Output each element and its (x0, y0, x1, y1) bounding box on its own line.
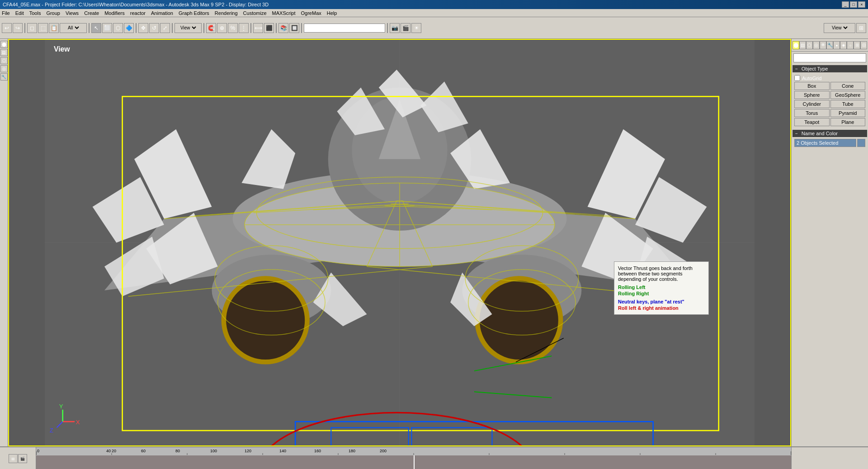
select-region-fence-btn[interactable]: 🔷 (124, 23, 134, 33)
title-text: CFA44_05E.max - Project Folder: C:\Users… (3, 2, 269, 7)
collapse-object-type-btn[interactable]: − (795, 66, 798, 71)
spinner-snap-btn[interactable]: ⋮ (239, 23, 249, 33)
viewport[interactable]: 100 200 View X Y Z Vecto (8, 39, 791, 446)
menu-customize[interactable]: Customize (243, 10, 267, 16)
viewport-controls[interactable]: ⊞ (856, 23, 866, 33)
scene-states-btn[interactable]: 🔲 (289, 23, 299, 33)
cone-btn[interactable]: Cone (830, 82, 866, 90)
percent-snap-btn[interactable]: % (228, 23, 238, 33)
rp-icon-d[interactable]: ⊞ (854, 41, 860, 49)
maximize-btn[interactable]: □ (850, 1, 857, 8)
select-region-box-btn[interactable]: ⬜ (102, 23, 112, 33)
modify-icon[interactable]: ▤ (799, 41, 806, 49)
select-object-btn[interactable]: ◻ (27, 23, 37, 33)
left-tool-4[interactable]: ◎ (0, 65, 8, 72)
toolbar-sep-8 (301, 23, 302, 33)
menu-modifiers[interactable]: Modifiers (104, 10, 125, 16)
cylinder-btn[interactable]: Cylinder (794, 100, 830, 108)
snap-toggle-btn[interactable]: 🧲 (206, 23, 216, 33)
menu-edit[interactable]: Edit (15, 10, 24, 16)
viewport-select[interactable]: View (830, 25, 849, 31)
coord-select[interactable]: View (179, 25, 198, 31)
menu-tools[interactable]: Tools (29, 10, 41, 16)
rp-icon-e[interactable]: ⊟ (860, 41, 867, 49)
left-tool-5[interactable]: 🔧 (0, 73, 8, 81)
object-type-title: Object Type (802, 66, 828, 71)
move-btn[interactable]: ✥ (138, 23, 148, 33)
teapot-btn[interactable]: Teapot (794, 118, 830, 126)
name-input[interactable] (794, 139, 856, 147)
object-type-content: AutoGrid Box Cone Sphere GeoSphere Cylin… (793, 72, 867, 128)
reference-coord-dropdown[interactable]: View (175, 23, 202, 33)
annotation-body: Vector Thrust goes back and forth betwee… (618, 265, 705, 282)
menu-file[interactable]: File (2, 10, 10, 16)
rp-icon-a[interactable]: ⬥ (833, 41, 840, 49)
anim-toolbar-start[interactable]: View (824, 23, 855, 33)
menu-help[interactable]: Help (327, 10, 337, 16)
redo-btn[interactable]: ↪ (13, 23, 23, 33)
menu-create[interactable]: Create (84, 10, 99, 16)
box-btn[interactable]: Box (794, 82, 830, 90)
select-by-name-btn[interactable]: 📋 (49, 23, 59, 33)
left-tool-2[interactable]: ▤ (0, 49, 8, 56)
menu-reactor[interactable]: reactor (130, 10, 146, 16)
primitive-type-dropdown[interactable]: Standard Primitives ▼ (793, 53, 866, 62)
rp-icon-c[interactable]: ⬦ (847, 41, 854, 49)
left-tool-3[interactable]: ⬡ (0, 57, 8, 64)
layer-mgr-btn[interactable]: 📚 (278, 23, 288, 33)
quick-render-btn[interactable]: 🎬 (401, 23, 410, 33)
create-icon[interactable]: ⬤ (793, 41, 799, 49)
menu-maxscript[interactable]: MAXScript (272, 10, 296, 16)
track-area[interactable] (36, 455, 791, 469)
display-icon[interactable]: 👁 (820, 41, 826, 49)
angle-snap-btn[interactable]: ⊕ (217, 23, 227, 33)
close-btn[interactable]: × (858, 1, 865, 8)
pyramid-btn[interactable]: Pyramid (830, 109, 866, 117)
align-btn[interactable]: ⬛ (264, 23, 274, 33)
timeline-ruler[interactable]: 0 20 40 60 80 100 (36, 447, 791, 469)
menu-animation[interactable]: Animation (151, 10, 173, 16)
activeshade-btn[interactable]: ☀ (411, 23, 421, 33)
rotate-btn[interactable]: ↺ (149, 23, 159, 33)
collapse-name-color-btn[interactable]: − (795, 131, 798, 136)
svg-text:X: X (76, 419, 80, 426)
minimize-btn[interactable]: _ (842, 1, 849, 8)
color-swatch[interactable] (857, 139, 865, 147)
motion-path-btn[interactable]: 🎬 (18, 454, 27, 463)
track-bar-btn[interactable]: ▤ (9, 454, 18, 463)
torus-btn[interactable]: Torus (794, 109, 830, 117)
mirror-btn[interactable]: ⟺ (253, 23, 263, 33)
menu-ogremax[interactable]: OgreMax (301, 10, 321, 16)
svg-text:200: 200 (380, 449, 387, 453)
plane-btn[interactable]: Plane (830, 118, 866, 126)
scale-btn[interactable]: ⤢ (160, 23, 170, 33)
filter-select[interactable]: All (66, 25, 80, 31)
tube-btn[interactable]: Tube (830, 100, 866, 108)
toolbar-sep-6 (250, 23, 251, 33)
menu-bar: File Edit Tools Group Views Create Modif… (0, 9, 868, 17)
select-tool-btn[interactable]: ↖ (91, 23, 101, 33)
autogrid-checkbox[interactable] (794, 75, 800, 81)
sphere-btn[interactable]: Sphere (794, 91, 830, 99)
menu-rendering[interactable]: Rendering (215, 10, 238, 16)
name-color-title: Name and Color (802, 131, 838, 136)
undo-btn[interactable]: ↩ (2, 23, 12, 33)
hierarchy-icon[interactable]: ⬡ (806, 41, 813, 49)
select-region-btn[interactable]: ⬚ (38, 23, 48, 33)
left-tool-1[interactable]: ⬤ (0, 41, 8, 48)
annotation-box: Vector Thrust goes back and forth betwee… (614, 261, 709, 315)
named-selection-input[interactable] (304, 24, 385, 33)
toolbar: ↩ ↪ ◻ ⬚ 📋 All ↖ ⬜ ⬡ 🔷 ✥ ↺ ⤢ View 🧲 ⊕ % ⋮… (0, 17, 868, 39)
title-bar-controls[interactable]: _ □ × (842, 1, 865, 8)
select-filter-dropdown[interactable]: All (60, 23, 87, 33)
annotation-roll-anim: Roll left & right animation (618, 305, 705, 311)
geosphere-btn[interactable]: GeoSphere (830, 91, 866, 99)
render-setup-btn[interactable]: 📷 (390, 23, 400, 33)
rp-icon-b[interactable]: ◈ (840, 41, 847, 49)
menu-graph-editors[interactable]: Graph Editors (179, 10, 209, 16)
motion-icon[interactable]: ◎ (813, 41, 820, 49)
utilities-icon[interactable]: 🔧 (826, 41, 833, 49)
menu-views[interactable]: Views (66, 10, 79, 16)
menu-group[interactable]: Group (46, 10, 60, 16)
select-region-circle-btn[interactable]: ⬡ (113, 23, 123, 33)
